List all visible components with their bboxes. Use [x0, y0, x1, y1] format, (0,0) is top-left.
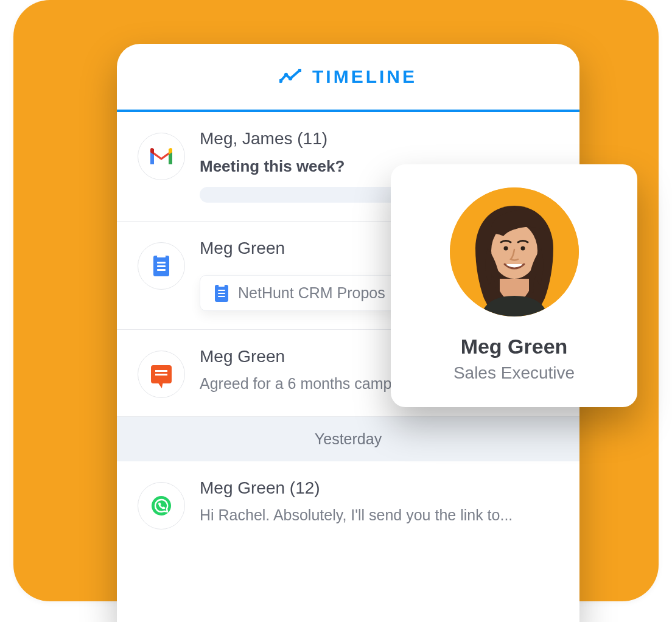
- contact-card[interactable]: Meg Green Sales Executive: [391, 164, 637, 407]
- panel-title: TIMELINE: [312, 66, 417, 87]
- whatsapp-icon: [138, 482, 185, 529]
- timeline-item-title: Meg Green (12): [200, 478, 559, 498]
- timeline-icon: [279, 69, 301, 85]
- svg-point-2: [289, 77, 292, 80]
- timeline-item-title: Meg, James (11): [200, 129, 559, 149]
- contact-name: Meg Green: [409, 335, 619, 358]
- contact-role: Sales Executive: [409, 363, 619, 383]
- google-doc-icon: [138, 242, 185, 290]
- timeline-item[interactable]: Meg Green (12) Hi Rachel. Absolutely, I'…: [117, 461, 579, 548]
- date-divider: Yesterday: [117, 417, 579, 461]
- attachment-chip[interactable]: NetHunt CRM Propos: [200, 275, 401, 311]
- attachment-label: NetHunt CRM Propos: [238, 284, 385, 302]
- svg-point-1: [284, 73, 288, 77]
- timeline-item-body: Meg Green (12) Hi Rachel. Absolutely, I'…: [200, 478, 559, 529]
- panel-header: TIMELINE: [117, 44, 579, 112]
- google-doc-icon: [215, 285, 228, 302]
- chat-icon: [138, 351, 185, 398]
- stage-background: TIMELINE Meg, James (11) Meeting this we…: [13, 0, 659, 601]
- avatar: [450, 187, 579, 316]
- timeline-item-description: Hi Rachel. Absolutely, I'll send you the…: [200, 506, 559, 524]
- svg-point-8: [520, 246, 525, 251]
- svg-point-7: [503, 246, 508, 251]
- gmail-icon: [138, 133, 185, 180]
